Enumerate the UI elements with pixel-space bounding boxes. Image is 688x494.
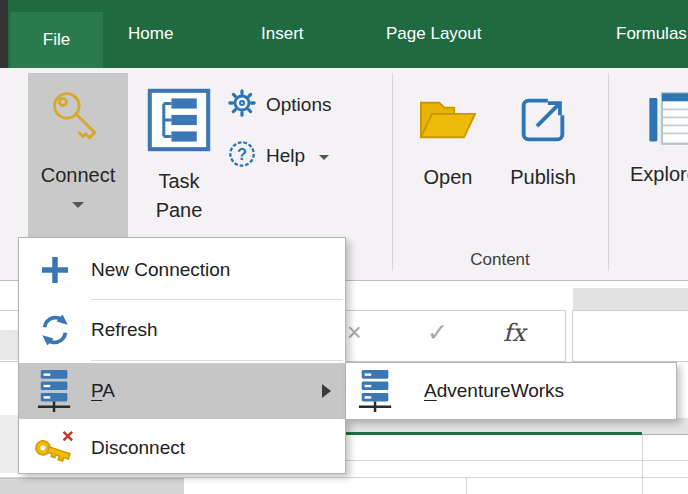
explore-table-icon — [648, 91, 688, 150]
chevron-down-icon — [72, 202, 84, 208]
group-label-content: Content — [392, 250, 608, 270]
group-separator — [392, 73, 393, 271]
connect-button[interactable]: Connect — [28, 73, 128, 237]
gridline — [642, 435, 643, 494]
menu-item-pa[interactable]: PA — [19, 363, 345, 419]
insert-function-icon[interactable]: fx — [503, 319, 525, 347]
disconnect-key-icon — [19, 429, 91, 467]
svg-text:?: ? — [237, 145, 247, 163]
tab-page-layout[interactable]: Page Layout — [386, 0, 481, 68]
refresh-icon — [19, 313, 91, 347]
publish-button[interactable]: Publish — [494, 73, 592, 201]
options-button[interactable]: Options — [228, 89, 331, 121]
enter-icon[interactable]: ✓ — [427, 318, 448, 347]
menu-separator — [91, 299, 343, 300]
menu-item-new-connection[interactable]: New Connection — [19, 243, 345, 297]
menu-item-label: Refresh — [91, 319, 158, 341]
publish-label: Publish — [510, 163, 576, 192]
gridline — [340, 460, 688, 461]
tab-formulas[interactable]: Formulas — [616, 0, 687, 68]
ribbon-tab-bar: File Home Insert Page Layout Formulas — [0, 0, 688, 68]
sheet-fragment — [0, 330, 18, 360]
task-pane-button[interactable]: Task Pane — [136, 73, 222, 243]
connect-key-icon — [49, 87, 107, 151]
sheet-fragment — [0, 415, 18, 473]
connect-dropdown-menu: New Connection Refresh — [18, 237, 346, 474]
publish-icon — [514, 91, 572, 153]
server-icon — [19, 369, 91, 413]
help-label: Help — [266, 145, 305, 167]
name-box-divider — [573, 288, 688, 310]
column-header-selected[interactable] — [340, 418, 642, 435]
formula-bar-input[interactable] — [572, 310, 688, 362]
options-gear-icon — [228, 89, 256, 121]
tab-home[interactable]: Home — [128, 0, 173, 68]
group-separator — [608, 73, 609, 271]
menu-item-refresh[interactable]: Refresh — [19, 302, 345, 358]
submenu-item-adventureworks[interactable]: AdventureWorks — [346, 363, 676, 419]
open-label: Open — [424, 163, 473, 192]
task-pane-label-line2: Pane — [156, 196, 203, 225]
tab-insert[interactable]: Insert — [261, 0, 304, 68]
tab-file-label: File — [43, 12, 70, 68]
tab-file[interactable]: File — [10, 12, 103, 68]
column-header[interactable] — [642, 418, 688, 435]
open-button[interactable]: Open — [408, 73, 488, 201]
connect-label: Connect — [41, 161, 116, 190]
pa-submenu: AdventureWorks — [345, 362, 677, 420]
explore-label: Explore — [630, 160, 688, 189]
submenu-item-label: AdventureWorks — [424, 380, 564, 402]
task-pane-label-line1: Task — [158, 167, 199, 196]
menu-item-label: PA — [91, 380, 115, 402]
task-pane-icon — [146, 87, 212, 157]
gridline — [466, 477, 467, 494]
open-folder-icon — [416, 91, 480, 153]
submenu-arrow-icon — [322, 384, 331, 398]
options-label: Options — [266, 94, 331, 116]
cancel-icon[interactable]: × — [347, 318, 362, 347]
menu-separator — [91, 360, 343, 361]
server-icon — [346, 369, 424, 413]
selected-cell-fragment[interactable] — [0, 478, 184, 494]
help-button[interactable]: ? Help — [228, 140, 329, 172]
menu-item-label: New Connection — [91, 259, 230, 281]
excel-addin-window: { "colors": { "excel_green": "#206a41", … — [0, 0, 688, 494]
explore-button[interactable]: Explore — [626, 73, 688, 201]
window-edge — [0, 0, 8, 68]
menu-item-label: Disconnect — [91, 437, 185, 459]
menu-item-disconnect[interactable]: Disconnect — [19, 419, 345, 477]
plus-icon — [19, 254, 91, 286]
help-icon: ? — [228, 140, 256, 172]
chevron-down-icon — [319, 155, 329, 160]
